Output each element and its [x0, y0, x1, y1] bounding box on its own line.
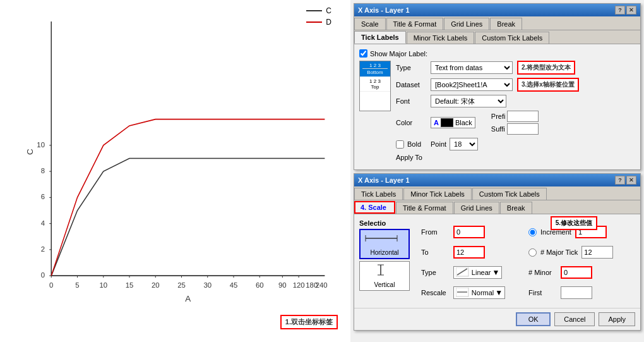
- tab1-grid-lines[interactable]: Grid Lines: [444, 18, 489, 30]
- dialog1-tab-row2: Tick Labels Minor Tick Labels Custom Tic…: [354, 30, 640, 44]
- rescale-label: Rescale: [421, 289, 450, 296]
- apply-button[interactable]: Apply: [599, 312, 635, 326]
- dialog2-tab-row1: Tick Labels Minor Tick Labels Custom Tic…: [354, 186, 640, 200]
- right-panels: X Axis - Layer 1 ? ✕ Scale Title & Forma…: [350, 0, 644, 342]
- dialog1-titlebar: X Axis - Layer 1 ? ✕: [354, 4, 640, 16]
- annotation-text: 1.双击坐标标签: [285, 318, 333, 326]
- type-scale-label: Type: [421, 269, 450, 276]
- show-major-text: Show Major Label:: [370, 50, 427, 58]
- svg-text:90: 90: [278, 281, 287, 289]
- type-select[interactable]: Text from datas: [431, 61, 513, 74]
- apply-to-label: Apply To: [396, 154, 427, 161]
- font-select[interactable]: Default: 宋体: [431, 95, 506, 107]
- svg-text:6: 6: [41, 193, 45, 200]
- from-label: From: [421, 228, 450, 236]
- tab1-tick-labels[interactable]: Tick Labels: [354, 31, 406, 44]
- svg-text:C: C: [25, 149, 35, 155]
- tab1-custom-tick[interactable]: Custom Tick Labels: [475, 32, 549, 44]
- svg-text:5: 5: [75, 281, 79, 289]
- color-row: Color A Black Prefi Suff: [396, 111, 635, 135]
- show-major-checkbox[interactable]: [359, 49, 367, 58]
- first-row: First: [528, 286, 623, 299]
- dialog1-tab-row1: Scale Title & Format Grid Lines Break: [354, 16, 640, 30]
- tab2-title-format[interactable]: Title & Format: [396, 202, 453, 214]
- svg-text:A: A: [185, 294, 191, 303]
- increment-radio[interactable]: [528, 228, 537, 236]
- titlebar-controls-2: ? ✕: [615, 176, 636, 185]
- type-row: Type Text from datas 2.将类型改为文本: [396, 61, 635, 75]
- vertical-icon: [362, 264, 407, 279]
- prefi-label: Prefi: [491, 113, 506, 120]
- selection-bottom[interactable]: 1 2 3 Bottom: [360, 61, 390, 77]
- annotation3-text: 3.选择x轴标签位置: [522, 81, 575, 88]
- close-button-1[interactable]: ✕: [626, 6, 636, 15]
- svg-text:45: 45: [230, 281, 238, 289]
- horizontal-icon: [362, 232, 407, 247]
- vertical-label: Vertical: [362, 281, 407, 288]
- annotation5-text: 5.修改这些值: [556, 219, 592, 226]
- ok-button[interactable]: OK: [516, 312, 551, 326]
- from-input[interactable]: 0: [453, 226, 485, 238]
- titlebar-controls-1: ? ✕: [615, 6, 636, 15]
- tab2-tick-labels[interactable]: Tick Labels: [354, 188, 403, 200]
- help-button-2[interactable]: ?: [615, 176, 625, 185]
- bold-checkbox[interactable]: [396, 140, 404, 149]
- help-button-1[interactable]: ?: [615, 6, 625, 15]
- selection-top[interactable]: 1 2 3 Top: [360, 77, 390, 92]
- first-label: First: [528, 289, 557, 296]
- rescale-icon: [456, 288, 470, 298]
- linear-icon: [456, 267, 470, 278]
- bold-row: Bold Point 18: [396, 138, 635, 150]
- close-button-2[interactable]: ✕: [626, 176, 636, 185]
- dataset-select[interactable]: [Book2]Sheet1!A: [431, 78, 513, 91]
- cancel-button[interactable]: Cancel: [554, 312, 595, 326]
- svg-text:60: 60: [256, 281, 264, 289]
- vertical-selection[interactable]: Vertical: [359, 261, 410, 291]
- dialog2-tab-row2: 4. Scale Title & Format Grid Lines Break: [354, 200, 640, 214]
- svg-line-46: [457, 269, 467, 275]
- type-scale-row: Type Linear ▼: [421, 266, 522, 279]
- tab1-break[interactable]: Break: [490, 18, 522, 30]
- from-row: From 0: [421, 226, 522, 238]
- to-input[interactable]: 12: [453, 246, 485, 259]
- major-tick-radio[interactable]: [528, 248, 537, 257]
- svg-text:2: 2: [41, 245, 45, 253]
- font-label: Font: [396, 97, 427, 105]
- first-input[interactable]: [561, 286, 592, 299]
- point-label: Point: [431, 140, 446, 148]
- font-row: Font Default: 宋体: [396, 95, 635, 107]
- svg-text:10: 10: [99, 281, 107, 289]
- minor-input[interactable]: 0: [561, 266, 592, 279]
- svg-text:15: 15: [126, 281, 134, 289]
- tab2-grid-lines[interactable]: Grid Lines: [454, 202, 499, 214]
- horizontal-selection[interactable]: Horizontal: [359, 229, 410, 259]
- rescale-dropdown-icon[interactable]: ▼: [495, 288, 503, 297]
- dialog2-titlebar: X Axis - Layer 1 ? ✕: [354, 174, 640, 186]
- color-swatch[interactable]: [441, 118, 453, 127]
- tab2-break[interactable]: Break: [500, 202, 532, 214]
- tab2-scale[interactable]: 4. Scale: [354, 201, 395, 214]
- dialog1-content: Show Major Label: 1 2 3 Bottom 1 2 3 Top: [354, 44, 640, 169]
- to-label: To: [421, 248, 450, 256]
- rescale-row: Rescale Normal ▼: [421, 286, 522, 299]
- svg-text:120: 120: [293, 281, 305, 289]
- major-tick-row: # Major Tick 12: [528, 246, 623, 259]
- tab1-minor-tick[interactable]: Minor Tick Labels: [407, 32, 475, 44]
- point-select[interactable]: 18: [450, 138, 478, 150]
- svg-text:0: 0: [41, 271, 45, 279]
- major-tick-input[interactable]: 12: [581, 246, 613, 259]
- type-scale-value: Linear: [472, 269, 491, 276]
- tab1-title-format[interactable]: Title & Format: [386, 18, 444, 30]
- svg-text:20: 20: [152, 281, 160, 289]
- tab2-minor-tick[interactable]: Minor Tick Labels: [403, 188, 472, 200]
- annotation2-box: 2.将类型改为文本: [517, 61, 575, 75]
- suffi-input[interactable]: [507, 123, 539, 135]
- tab1-scale[interactable]: Scale: [354, 18, 386, 30]
- chart-area: C D 0 2 4 6 8 10 0 5 10 15 20: [0, 0, 350, 342]
- suffi-label: Suffi: [491, 125, 505, 133]
- prefi-input[interactable]: [507, 111, 539, 122]
- selection-list-1[interactable]: 1 2 3 Bottom 1 2 3 Top: [359, 61, 391, 111]
- rescale-value: Normal: [472, 289, 494, 296]
- type-dropdown-icon[interactable]: ▼: [492, 268, 499, 277]
- tab2-custom-tick[interactable]: Custom Tick Labels: [472, 188, 547, 200]
